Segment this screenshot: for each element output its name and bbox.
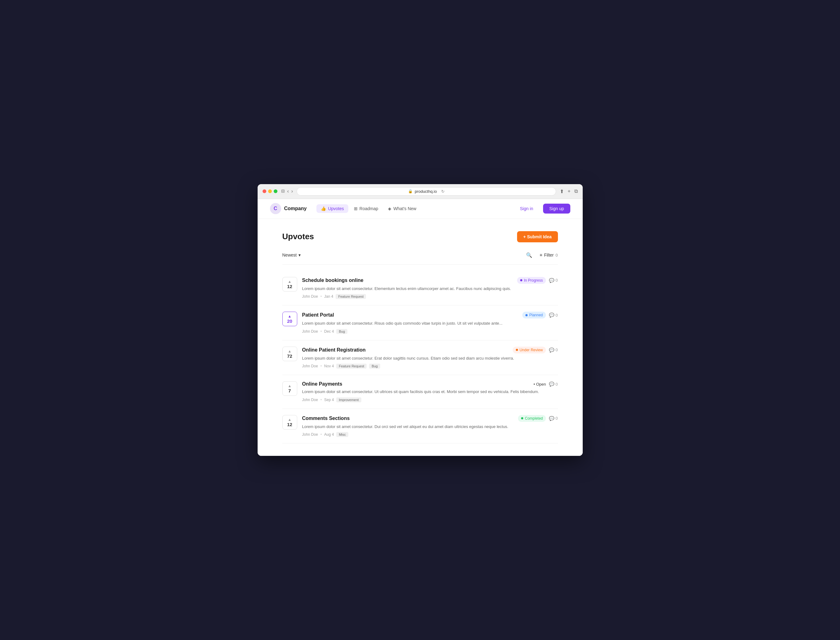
- nav-auth: Sign in Sign up: [514, 204, 570, 214]
- roadmap-icon: ⊞: [354, 206, 357, 211]
- filter-button[interactable]: ≡ Filter 0: [540, 253, 558, 258]
- sort-dropdown[interactable]: Newest ▾: [282, 253, 301, 258]
- idea-title: Patient Portal: [302, 312, 334, 318]
- maximize-button[interactable]: [274, 189, 277, 193]
- idea-date: Aug 4: [324, 432, 334, 437]
- upvotes-icon: 👍: [321, 206, 326, 211]
- main-content: Upvotes + Submit Idea Newest ▾ 🔍 ≡ Filte…: [258, 219, 583, 456]
- idea-title: Comments Sections: [302, 416, 350, 421]
- status-dot: [526, 314, 527, 316]
- whats-new-icon: ◈: [388, 206, 391, 211]
- nav-whats-new[interactable]: ◈ What's New: [384, 204, 420, 213]
- comment-number: 0: [555, 416, 558, 421]
- idea-tag: Misc: [336, 432, 348, 437]
- status-label: Completed: [525, 416, 543, 421]
- idea-title-row: Online Payments • Open 💬 0: [302, 381, 558, 387]
- refresh-icon[interactable]: ↻: [441, 189, 445, 194]
- close-button[interactable]: [263, 189, 266, 193]
- status-label: Planned: [529, 313, 543, 317]
- ideas-list: ▲ 12 Schedule bookings online In Progres…: [282, 271, 558, 444]
- signin-button[interactable]: Sign in: [514, 204, 539, 214]
- comment-icon: 💬: [549, 347, 554, 352]
- idea-tag-2: Bug: [369, 364, 380, 369]
- forward-button[interactable]: ›: [291, 189, 293, 194]
- idea-meta-right: Under Review 💬 0: [513, 347, 558, 354]
- tabs-icon[interactable]: ⧉: [574, 189, 578, 194]
- idea-tag: Feature Request: [336, 364, 367, 369]
- browser-chrome: ⊟ ‹ › 🔒 producthq.io ↻ ⬆ + ⧉: [258, 184, 583, 199]
- comment-number: 0: [555, 382, 558, 387]
- brand-name: Company: [284, 206, 307, 211]
- comment-icon: 💬: [549, 278, 554, 283]
- comment-count: 💬 0: [549, 347, 558, 352]
- idea-tag: Improvement: [336, 397, 361, 402]
- upvote-arrow-icon: ▲: [288, 314, 292, 318]
- comment-count: 💬 0: [549, 313, 558, 318]
- idea-title-row: Online Patient Registration Under Review…: [302, 347, 558, 354]
- new-tab-icon[interactable]: +: [567, 189, 570, 194]
- upvote-count: 12: [287, 284, 292, 289]
- submit-idea-button[interactable]: + Submit Idea: [517, 231, 558, 242]
- idea-meta: John Doe • Sep 4 Improvement: [302, 397, 558, 402]
- comment-icon: 💬: [549, 382, 554, 387]
- signup-button[interactable]: Sign up: [543, 204, 570, 214]
- upvote-arrow-icon: ▲: [288, 384, 292, 388]
- nav-upvotes[interactable]: 👍 Upvotes: [316, 204, 348, 213]
- browser-nav: ⊟ ‹ ›: [281, 189, 293, 194]
- idea-body: Patient Portal Planned 💬 0: [302, 312, 558, 334]
- page-header: Upvotes + Submit Idea: [282, 231, 558, 242]
- idea-description: Lorem ipsum dolor sit amet consectetur. …: [302, 389, 558, 395]
- idea-title: Online Payments: [302, 381, 342, 387]
- upvote-box[interactable]: ▲ 72: [282, 347, 297, 361]
- comment-number: 0: [555, 313, 558, 318]
- status-badge: Under Review: [513, 347, 546, 354]
- comment-number: 0: [555, 278, 558, 283]
- filter-label: Filter: [544, 253, 554, 258]
- filter-bar: Newest ▾ 🔍 ≡ Filter 0: [282, 251, 558, 265]
- upvote-box[interactable]: ▲ 20: [282, 312, 297, 326]
- comment-count: 💬 0: [549, 278, 558, 283]
- idea-date: Nov 4: [324, 364, 334, 368]
- comment-icon: 💬: [549, 416, 554, 421]
- idea-card: ▲ 12 Comments Sections Completed: [282, 409, 558, 444]
- traffic-lights: [263, 189, 277, 193]
- upvote-count: 72: [287, 354, 292, 358]
- idea-author: John Doe: [302, 364, 318, 368]
- idea-meta: John Doe • Aug 4 Misc: [302, 432, 558, 437]
- sort-label: Newest: [282, 253, 297, 258]
- upvote-arrow-icon: ▲: [288, 418, 292, 421]
- search-button[interactable]: 🔍: [524, 251, 535, 259]
- address-bar[interactable]: 🔒 producthq.io ↻: [297, 187, 556, 195]
- comment-count: 💬 0: [549, 382, 558, 387]
- idea-description: Lorem ipsum dolor sit amet consectetur. …: [302, 424, 558, 430]
- idea-description: Lorem ipsum dolor sit amet consectetur. …: [302, 355, 558, 362]
- idea-meta-right: • Open 💬 0: [534, 382, 558, 387]
- idea-card: ▲ 20 Patient Portal Planned: [282, 306, 558, 341]
- upvote-box[interactable]: ▲ 12: [282, 415, 297, 430]
- idea-tag: Bug: [336, 329, 347, 334]
- idea-meta: John Doe • Dec 4 Bug: [302, 329, 558, 334]
- browser-actions: ⬆ + ⧉: [560, 189, 577, 194]
- status-badge: Completed: [518, 415, 546, 422]
- status-label: Open: [536, 382, 546, 387]
- idea-body: Schedule bookings online In Progress 💬 0: [302, 277, 558, 299]
- minimize-button[interactable]: [268, 189, 272, 193]
- chevron-down-icon: ▾: [298, 253, 301, 258]
- nav-links: 👍 Upvotes ⊞ Roadmap ◈ What's New: [316, 204, 514, 213]
- share-icon[interactable]: ⬆: [560, 189, 564, 194]
- upvote-arrow-icon: ▲: [288, 349, 292, 353]
- upvote-count: 20: [287, 319, 292, 323]
- status-badge: • Open: [534, 382, 546, 387]
- brand-avatar: C: [270, 203, 281, 214]
- nav-roadmap[interactable]: ⊞ Roadmap: [349, 204, 383, 213]
- upvote-box[interactable]: ▲ 7: [282, 381, 297, 396]
- idea-card: ▲ 7 Online Payments • Open: [282, 375, 558, 409]
- upvote-box[interactable]: ▲ 12: [282, 277, 297, 291]
- tab-icon: ⊟: [281, 189, 285, 194]
- brand: C Company: [270, 203, 307, 214]
- idea-title-row: Patient Portal Planned 💬 0: [302, 312, 558, 318]
- nav-roadmap-label: Roadmap: [359, 206, 378, 211]
- back-button[interactable]: ‹: [287, 189, 289, 194]
- browser-window: ⊟ ‹ › 🔒 producthq.io ↻ ⬆ + ⧉ C Company 👍: [258, 184, 583, 456]
- nav-whats-new-label: What's New: [393, 206, 416, 211]
